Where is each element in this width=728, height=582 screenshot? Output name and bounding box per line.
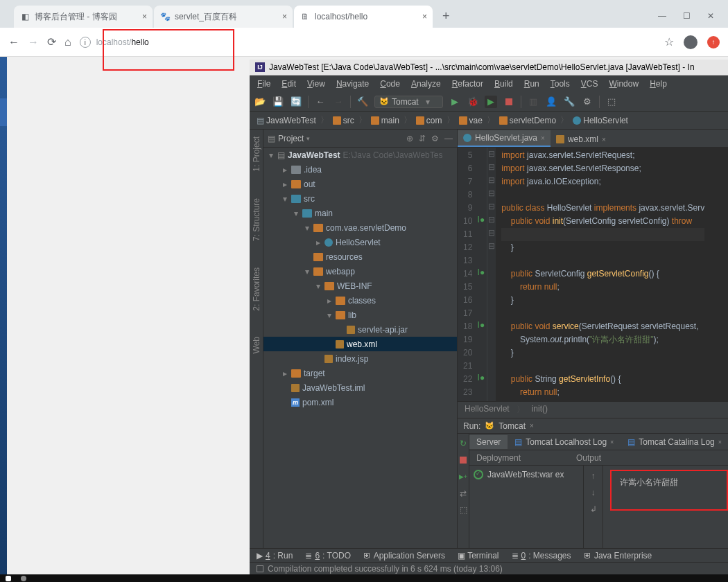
windows-taskbar[interactable] bbox=[0, 574, 728, 582]
forward-icon[interactable]: → bbox=[28, 36, 39, 48]
info-icon[interactable]: i bbox=[80, 37, 91, 48]
address-bar[interactable]: i localhost/hello bbox=[80, 37, 656, 48]
profile-icon[interactable]: 👤 bbox=[545, 96, 557, 108]
home-icon[interactable]: ⌂ bbox=[64, 36, 71, 48]
bottom-tool-item[interactable]: ▣ Terminal bbox=[458, 551, 499, 561]
collapse-icon[interactable]: ⇵ bbox=[419, 134, 426, 143]
deploy-icon[interactable]: ▶+ bbox=[458, 471, 469, 482]
close-window-icon[interactable]: ✕ bbox=[707, 11, 714, 21]
tree-item[interactable]: ▸ classes bbox=[263, 293, 457, 308]
back-icon[interactable]: ← bbox=[8, 36, 19, 48]
profile-avatar-icon[interactable] bbox=[684, 35, 697, 49]
close-icon[interactable]: × bbox=[282, 12, 287, 21]
structure-icon[interactable]: ⬚ bbox=[605, 96, 618, 108]
bottom-tool-item[interactable]: ▶ 4: Run bbox=[257, 551, 293, 561]
breadcrumb-item[interactable]: main bbox=[368, 116, 402, 125]
breadcrumb-item[interactable]: ▤JavaWebTest bbox=[254, 116, 319, 125]
close-tab-icon[interactable]: × bbox=[541, 134, 545, 142]
taskbar-icon[interactable] bbox=[6, 576, 11, 581]
menu-view[interactable]: View bbox=[302, 77, 330, 91]
run-tab-catalina-log[interactable]: ▤Tomcat Catalina Log× bbox=[621, 435, 728, 449]
menu-vcs[interactable]: VCS bbox=[576, 77, 603, 91]
breadcrumb-item[interactable]: vae bbox=[456, 116, 485, 125]
menu-analyze[interactable]: Analyze bbox=[406, 77, 446, 91]
minimize-icon[interactable]: — bbox=[658, 11, 666, 21]
close-tab-icon[interactable]: × bbox=[602, 136, 606, 143]
soft-wrap-icon[interactable]: ↲ bbox=[590, 504, 597, 514]
layout-icon[interactable]: ▥ bbox=[527, 96, 539, 108]
output-console[interactable]: 许嵩小名许甜甜 bbox=[603, 466, 728, 548]
browser-tab-active[interactable]: 🗎 localhost/hello × bbox=[294, 6, 433, 28]
code-editor[interactable]: 567891011121314151617181920212223 I● I● … bbox=[458, 148, 728, 401]
breadcrumb-item[interactable]: src bbox=[330, 116, 357, 125]
menu-run[interactable]: Run bbox=[519, 77, 544, 91]
menu-navigate[interactable]: Navigate bbox=[331, 77, 374, 91]
menu-window[interactable]: Window bbox=[604, 77, 643, 91]
menu-help[interactable]: Help bbox=[645, 77, 672, 91]
run-icon[interactable]: ▶ bbox=[449, 96, 461, 108]
editor-tab[interactable]: web.xml × bbox=[551, 132, 612, 147]
run-config-combo[interactable]: 🐱 Tomcat ▾ bbox=[374, 96, 443, 108]
tool-structure[interactable]: 7: Structure bbox=[252, 195, 261, 244]
tree-item[interactable]: ▾ com.vae.servletDemo bbox=[263, 220, 457, 235]
save-icon[interactable]: 💾 bbox=[272, 96, 284, 108]
open-icon[interactable]: 📂 bbox=[254, 96, 266, 108]
gear-icon[interactable]: ⚙ bbox=[431, 134, 439, 143]
editor-tab[interactable]: HelloServlet.java × bbox=[458, 130, 551, 147]
sync-icon[interactable]: 🔄 bbox=[290, 96, 302, 108]
nav-back-icon[interactable]: ← bbox=[314, 96, 327, 108]
tool-favorites[interactable]: 2: Favorites bbox=[252, 265, 261, 314]
run-tab-server[interactable]: Server bbox=[469, 435, 508, 449]
browser-tab[interactable]: 🐾 servlet_百度百科 × bbox=[154, 6, 293, 28]
project-header-label[interactable]: Project bbox=[278, 134, 304, 143]
extension-icon[interactable]: ↑ bbox=[707, 36, 720, 48]
project-tree[interactable]: ▾▤JavaWebTest E:\Java Code\JavaWebTes▸ .… bbox=[263, 148, 457, 548]
tree-item[interactable]: ▸ out bbox=[263, 177, 457, 191]
menu-build[interactable]: Build bbox=[489, 77, 518, 91]
tree-item[interactable]: web.xml bbox=[263, 337, 457, 351]
breadcrumb-item[interactable]: com bbox=[413, 116, 445, 125]
bottom-tool-item[interactable]: ⛨ Java Enterprise bbox=[584, 551, 652, 561]
deployment-artifact[interactable]: JavaWebTest:war ex bbox=[474, 470, 579, 479]
tree-item[interactable]: ▾ lib bbox=[263, 308, 457, 322]
bottom-tool-item[interactable]: ⛨ Application Servers bbox=[363, 551, 445, 561]
tree-item[interactable]: m pom.xml bbox=[263, 395, 457, 409]
tree-item[interactable]: ▾ main bbox=[263, 206, 457, 220]
bottom-tool-item[interactable]: ≣ 6: TODO bbox=[305, 551, 351, 561]
build-hammer-icon[interactable]: 🔨 bbox=[356, 96, 369, 108]
coverage-icon[interactable]: ▶ bbox=[485, 96, 497, 108]
tree-item[interactable]: ▸ target bbox=[263, 366, 457, 380]
run-tab-localhost-log[interactable]: ▤Tomcat Localhost Log× bbox=[508, 435, 621, 449]
bookmark-star-icon[interactable]: ☆ bbox=[664, 35, 674, 48]
tree-item[interactable]: index.jsp bbox=[263, 351, 457, 366]
taskbar-icon[interactable] bbox=[21, 576, 26, 581]
menu-tools[interactable]: Tools bbox=[546, 77, 575, 91]
tree-item[interactable]: ▸ .idea bbox=[263, 162, 457, 177]
breadcrumb-item[interactable]: HelloServlet bbox=[570, 116, 631, 125]
close-icon[interactable]: × bbox=[422, 12, 427, 21]
target-icon[interactable]: ⊕ bbox=[406, 134, 413, 143]
close-icon[interactable]: × bbox=[142, 12, 147, 21]
tree-item[interactable]: ▾ WEB-INF bbox=[263, 279, 457, 293]
layout-icon[interactable]: ⬚ bbox=[458, 504, 469, 515]
close-run-tab-icon[interactable]: × bbox=[530, 422, 534, 430]
tree-item[interactable]: ▾ src bbox=[263, 191, 457, 206]
menu-edit[interactable]: Edit bbox=[277, 77, 301, 91]
stop-icon[interactable] bbox=[458, 455, 469, 466]
menu-file[interactable]: File bbox=[252, 77, 275, 91]
wrench-icon[interactable]: 🔧 bbox=[563, 96, 575, 108]
tool-project[interactable]: 1: Project bbox=[252, 134, 261, 175]
browser-tab[interactable]: ◧ 博客后台管理 - 博客园 × bbox=[14, 6, 153, 28]
tree-item[interactable]: JavaWebTest.iml bbox=[263, 380, 457, 395]
tree-item[interactable]: servlet-api.jar bbox=[263, 322, 457, 337]
scroll-up-icon[interactable]: ↑ bbox=[591, 471, 596, 481]
nav-forward-icon[interactable]: → bbox=[332, 96, 345, 108]
tool-web[interactable]: Web bbox=[252, 334, 261, 356]
code-text[interactable]: import javax.servlet.ServletRequest;impo… bbox=[496, 148, 704, 401]
tree-item[interactable]: ▸ HelloServlet bbox=[263, 235, 457, 249]
debug-icon[interactable]: 🐞 bbox=[467, 96, 479, 108]
rerun-icon[interactable]: ↻ bbox=[458, 438, 469, 449]
reload-icon[interactable]: ⟳ bbox=[47, 35, 56, 48]
scroll-down-icon[interactable]: ↓ bbox=[591, 488, 596, 497]
new-tab-button[interactable]: + bbox=[434, 5, 458, 28]
